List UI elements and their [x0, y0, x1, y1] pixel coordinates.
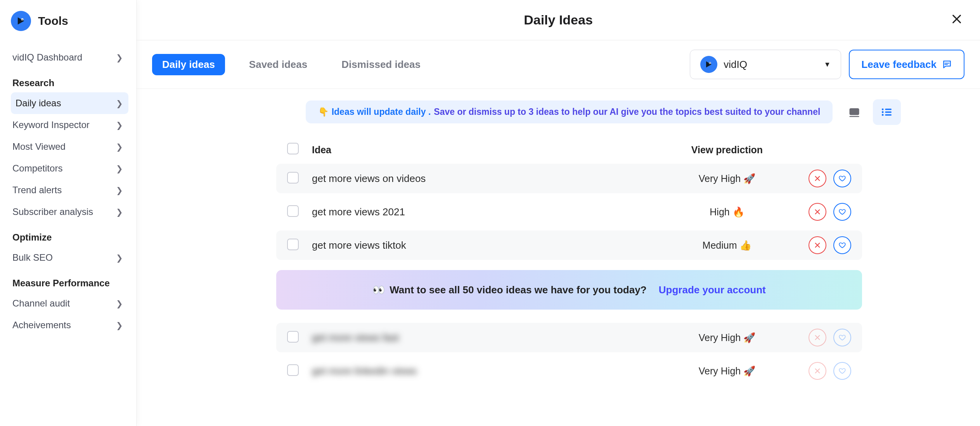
eyes-icon: 👀 — [372, 284, 385, 296]
caret-down-icon: ▼ — [824, 61, 831, 69]
svg-rect-9 — [885, 111, 892, 113]
sidebar-item-bulk-seo[interactable]: Bulk SEO ❯ — [11, 247, 128, 268]
sidebar-item-achievements[interactable]: Acheivements ❯ — [11, 314, 128, 336]
sidebar-item-competitors[interactable]: Competitors ❯ — [11, 158, 128, 179]
column-prediction: View prediction — [673, 144, 781, 156]
heart-icon — [838, 175, 846, 182]
prediction-text: Very High 🚀 — [699, 365, 755, 376]
close-icon — [951, 13, 963, 25]
table-header: Idea View prediction — [276, 136, 862, 164]
chevron-right-icon: ❯ — [116, 143, 123, 151]
sidebar-header: IQ Tools — [11, 11, 128, 31]
idea-checkbox[interactable] — [287, 364, 299, 376]
idea-text-locked: get more views fast — [312, 332, 399, 343]
sidebar-item-trend-alerts[interactable]: Trend alerts ❯ — [11, 179, 128, 201]
upgrade-banner: 👀 Want to see all 50 video ideas we have… — [276, 270, 862, 310]
chevron-right-icon: ❯ — [116, 254, 123, 262]
dismiss-button[interactable] — [809, 170, 826, 187]
tab-dismissed-ideas[interactable]: Dismissed ideas — [331, 54, 431, 75]
channel-select[interactable]: IQ vidIQ ▼ — [690, 50, 841, 79]
point-down-icon: 👇 — [318, 107, 329, 117]
save-button[interactable] — [833, 236, 851, 254]
sidebar-section-measure: Measure Performance — [12, 278, 128, 289]
upgrade-text: Want to see all 50 video ideas we have f… — [390, 284, 646, 296]
sidebar-item-daily-ideas[interactable]: Daily ideas ❯ — [11, 92, 128, 114]
chevron-right-icon: ❯ — [116, 208, 123, 216]
svg-rect-11 — [885, 114, 892, 116]
heart-icon — [838, 334, 846, 341]
main-area: Daily Ideas Daily ideas Saved ideas Dism… — [137, 0, 980, 426]
idea-row: get more views 2021 High 🔥 — [276, 197, 862, 227]
info-text: Ideas will update daily . — [332, 107, 431, 117]
upgrade-link[interactable]: Upgrade your account — [659, 284, 766, 296]
sidebar-section-research: Research — [12, 78, 128, 88]
list-view-icon — [881, 107, 893, 117]
view-list-button[interactable] — [873, 99, 901, 125]
sidebar-item-label: Acheivements — [12, 320, 71, 331]
save-button — [833, 329, 851, 346]
save-button[interactable] — [833, 203, 851, 221]
channel-logo-icon: IQ — [700, 56, 717, 73]
svg-text:IQ: IQ — [21, 19, 23, 21]
view-toggle — [840, 99, 901, 125]
idea-text: get more views 2021 — [312, 206, 405, 218]
sidebar-item-label: Most Viewed — [12, 141, 66, 152]
sidebar-item-most-viewed[interactable]: Most Viewed ❯ — [11, 136, 128, 158]
idea-checkbox[interactable] — [287, 239, 299, 250]
close-button[interactable] — [951, 13, 963, 28]
svg-rect-4 — [850, 108, 859, 115]
sidebar-item-dashboard[interactable]: vidIQ Dashboard ❯ — [11, 47, 128, 68]
close-icon — [814, 367, 821, 374]
select-all-checkbox[interactable] — [287, 143, 299, 154]
idea-checkbox[interactable] — [287, 205, 299, 217]
svg-rect-5 — [850, 116, 859, 117]
idea-text: get more views on videos — [312, 173, 426, 184]
close-icon — [814, 208, 821, 215]
svg-point-10 — [882, 114, 884, 116]
tab-daily-ideas[interactable]: Daily ideas — [152, 54, 225, 75]
sidebar-item-label: vidIQ Dashboard — [12, 52, 82, 63]
close-icon — [814, 334, 821, 341]
toolbar: Daily ideas Saved ideas Dismissed ideas … — [137, 40, 980, 89]
save-button[interactable] — [833, 170, 851, 187]
brand-logo-icon: IQ — [11, 11, 31, 31]
sidebar-item-label: Channel audit — [12, 298, 70, 309]
idea-checkbox[interactable] — [287, 331, 299, 343]
sidebar-item-channel-audit[interactable]: Channel audit ❯ — [11, 293, 128, 314]
card-view-icon — [848, 107, 860, 117]
feedback-label: Leave feedback — [861, 59, 937, 71]
tab-saved-ideas[interactable]: Saved ideas — [239, 54, 317, 75]
save-button — [833, 362, 851, 380]
view-card-button[interactable] — [840, 99, 868, 125]
sidebar-item-keyword-inspector[interactable]: Keyword Inspector ❯ — [11, 114, 128, 136]
svg-point-8 — [882, 111, 884, 113]
chevron-right-icon: ❯ — [116, 186, 123, 194]
sidebar: IQ Tools vidIQ Dashboard ❯ Research Dail… — [0, 0, 137, 426]
dismiss-button — [809, 329, 826, 346]
dismiss-button — [809, 362, 826, 380]
close-icon — [814, 175, 821, 182]
idea-row: get more views on videos Very High 🚀 — [276, 164, 862, 193]
idea-checkbox[interactable] — [287, 172, 299, 184]
channel-name: vidIQ — [724, 59, 817, 71]
svg-rect-7 — [885, 109, 892, 110]
sidebar-item-label: Bulk SEO — [12, 252, 53, 263]
prediction-text: Medium 👍 — [703, 240, 752, 251]
sidebar-title: Tools — [38, 14, 68, 28]
heart-icon — [838, 208, 846, 216]
idea-row-locked: get more views fast Very High 🚀 — [276, 323, 862, 352]
sidebar-item-label: Competitors — [12, 163, 62, 174]
dismiss-button[interactable] — [809, 236, 826, 254]
idea-row: get more views tiktok Medium 👍 — [276, 230, 862, 260]
dismiss-button[interactable] — [809, 203, 826, 221]
column-idea: Idea — [312, 144, 673, 156]
leave-feedback-button[interactable]: Leave feedback — [849, 50, 964, 79]
info-row: 👇 Ideas will update daily . Save or dism… — [276, 100, 862, 123]
svg-point-6 — [882, 108, 884, 110]
idea-row-locked: get more linkedin views Very High 🚀 — [276, 356, 862, 386]
chevron-right-icon: ❯ — [116, 321, 123, 329]
chevron-right-icon: ❯ — [116, 54, 123, 62]
page-header: Daily Ideas — [137, 0, 980, 40]
prediction-text: Very High 🚀 — [699, 173, 755, 184]
sidebar-item-subscriber-analysis[interactable]: Subscriber analysis ❯ — [11, 201, 128, 223]
